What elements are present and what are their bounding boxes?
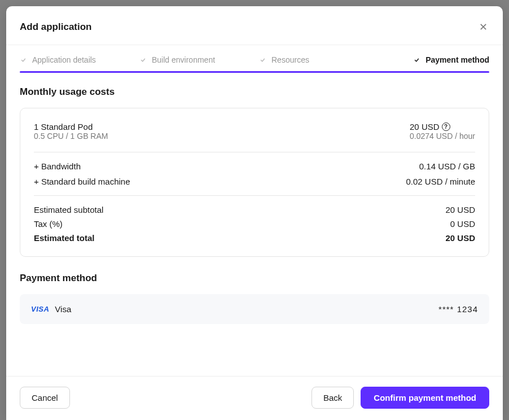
payment-method-card[interactable]: VISA Visa **** 1234 (20, 294, 489, 324)
card-masked-number: **** 1234 (438, 304, 478, 314)
addon-price: 0.02 USD / minute (406, 177, 475, 186)
modal-footer: Cancel Back Confirm payment method (6, 376, 503, 420)
step-resources[interactable]: Resources (259, 55, 370, 64)
card-brand: Visa (55, 304, 71, 314)
close-button[interactable] (477, 20, 489, 34)
step-label: Build environment (152, 55, 215, 64)
addon-name: + Standard build machine (34, 177, 130, 186)
pod-price-hour: 0.0274 USD / hour (410, 132, 475, 141)
check-icon (413, 56, 420, 63)
visa-logo-icon: VISA (31, 305, 49, 313)
pod-block: 1 Standard Pod 0.5 CPU / 1 GB RAM 20 USD… (34, 122, 475, 141)
modal-title: Add application (20, 21, 92, 33)
cost-card: 1 Standard Pod 0.5 CPU / 1 GB RAM 20 USD… (20, 108, 489, 257)
cancel-button[interactable]: Cancel (20, 387, 70, 409)
close-icon (480, 21, 487, 33)
step-payment-method[interactable]: Payment method (379, 55, 489, 64)
check-icon (139, 56, 146, 63)
divider (34, 195, 475, 196)
pod-name: 1 Standard Pod (34, 122, 108, 132)
check-icon (20, 56, 27, 63)
addon-build-machine: + Standard build machine 0.02 USD / minu… (34, 177, 475, 186)
footer-right: Back Confirm payment method (311, 387, 489, 409)
confirm-payment-button[interactable]: Confirm payment method (361, 387, 489, 409)
summary-tax: Tax (%) 0 USD (34, 219, 475, 229)
payment-title: Payment method (20, 273, 489, 284)
addon-name: + Bandwidth (34, 161, 81, 171)
help-icon[interactable]: ? (442, 123, 450, 131)
costs-title: Monthly usage costs (20, 86, 489, 98)
summary-subtotal: Estimated subtotal 20 USD (34, 205, 475, 215)
addon-price: 0.14 USD / GB (419, 161, 475, 171)
back-button[interactable]: Back (311, 387, 354, 409)
addon-bandwidth: + Bandwidth 0.14 USD / GB (34, 161, 475, 171)
pod-price: 20 USD ? (410, 122, 475, 132)
modal-content: Monthly usage costs 1 Standard Pod 0.5 C… (6, 73, 503, 376)
step-application-details[interactable]: Application details (20, 55, 130, 64)
summary-block: Estimated subtotal 20 USD Tax (%) 0 USD … (34, 205, 475, 243)
modal-header: Add application (6, 6, 503, 45)
step-label: Payment method (425, 55, 489, 64)
check-icon (259, 56, 266, 63)
payment-left: VISA Visa (31, 304, 71, 314)
summary-total: Estimated total 20 USD (34, 233, 475, 243)
addons-block: + Bandwidth 0.14 USD / GB + Standard bui… (34, 161, 475, 186)
step-build-environment[interactable]: Build environment (139, 55, 250, 64)
add-application-modal: Add application Application details Buil… (6, 6, 503, 420)
pod-spec: 0.5 CPU / 1 GB RAM (34, 132, 108, 141)
step-label: Application details (32, 55, 96, 64)
divider (34, 152, 475, 152)
stepper: Application details Build environment Re… (6, 45, 503, 71)
step-label: Resources (271, 55, 309, 64)
